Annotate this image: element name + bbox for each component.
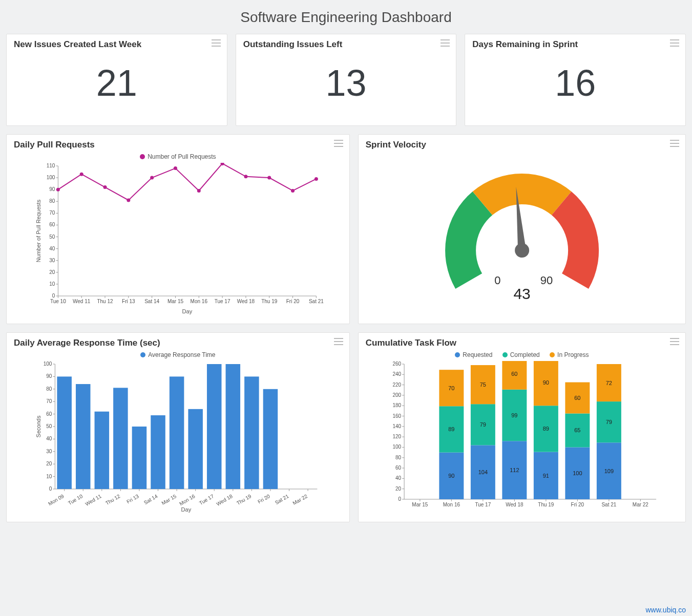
svg-text:43: 43 (513, 285, 530, 302)
kpi-label: Outstanding Issues Left (243, 39, 449, 50)
svg-text:40: 40 (46, 436, 52, 441)
hamburger-icon[interactable] (334, 338, 343, 345)
svg-text:260: 260 (392, 361, 401, 367)
chart-card-sprint-velocity: Sprint Velocity 09043 (358, 134, 686, 324)
svg-text:Mon 16: Mon 16 (191, 299, 208, 304)
svg-text:160: 160 (392, 413, 401, 419)
svg-text:Tue 17: Tue 17 (215, 299, 230, 304)
svg-text:Tue 10: Tue 10 (67, 493, 84, 506)
kpi-label: Days Remaining in Sprint (472, 39, 678, 50)
line-chart: 0102030405060708090100110Tue 10Wed 11Thu… (14, 163, 342, 316)
svg-text:Sat 14: Sat 14 (143, 493, 159, 505)
kpi-row: New Issues Created Last Week 21 Outstand… (6, 34, 686, 126)
hamburger-icon[interactable] (212, 39, 221, 47)
kpi-card-days-remaining: Days Remaining in Sprint 16 (465, 34, 686, 126)
svg-point-55 (174, 166, 177, 170)
hamburger-icon[interactable] (441, 39, 450, 47)
kpi-value: 16 (472, 53, 678, 118)
svg-text:112: 112 (510, 467, 519, 473)
svg-point-50 (56, 188, 60, 192)
svg-point-54 (150, 176, 154, 180)
svg-text:Fri 13: Fri 13 (122, 299, 135, 304)
svg-text:Wed 18: Wed 18 (506, 502, 523, 507)
svg-text:Mon 16: Mon 16 (178, 493, 196, 506)
svg-text:30: 30 (46, 449, 52, 454)
chart-title: Sprint Velocity (366, 140, 678, 150)
svg-text:20: 20 (49, 269, 55, 275)
svg-text:Fri 20: Fri 20 (571, 502, 584, 507)
svg-text:110: 110 (47, 163, 55, 168)
svg-text:Mon 16: Mon 16 (443, 502, 460, 507)
kpi-label: New Issues Created Last Week (14, 39, 220, 50)
svg-text:60: 60 (574, 395, 580, 401)
svg-text:20: 20 (46, 461, 52, 466)
svg-text:Tue 17: Tue 17 (198, 493, 215, 506)
svg-text:Tue 17: Tue 17 (475, 502, 491, 507)
svg-text:Sat 21: Sat 21 (309, 299, 324, 304)
svg-text:80: 80 (49, 198, 55, 204)
hamburger-icon[interactable] (670, 39, 679, 47)
svg-text:60: 60 (395, 465, 402, 471)
svg-text:100: 100 (392, 444, 401, 450)
legend-label: Requested (463, 351, 492, 358)
svg-text:180: 180 (392, 402, 401, 408)
svg-text:0: 0 (494, 274, 500, 287)
svg-text:104: 104 (478, 469, 487, 475)
svg-text:99: 99 (511, 412, 517, 418)
legend-label: Number of Pull Requests (148, 153, 216, 160)
svg-text:Mar 22: Mar 22 (292, 493, 309, 506)
svg-text:60: 60 (49, 222, 55, 227)
svg-rect-124 (244, 376, 259, 489)
chart-legend: Number of Pull Requests (14, 153, 342, 161)
svg-text:Seconds: Seconds (35, 415, 41, 437)
svg-rect-127 (263, 389, 278, 489)
hamburger-icon[interactable] (334, 140, 343, 147)
svg-text:220: 220 (392, 382, 401, 388)
svg-text:Mon 09: Mon 09 (47, 493, 65, 506)
svg-text:89: 89 (543, 426, 549, 432)
svg-text:0: 0 (52, 293, 55, 299)
hamburger-icon[interactable] (670, 338, 679, 345)
svg-text:Thu 12: Thu 12 (97, 299, 113, 304)
svg-text:70: 70 (49, 210, 55, 216)
svg-rect-100 (95, 412, 110, 489)
kpi-card-outstanding: Outstanding Issues Left 13 (236, 34, 457, 126)
svg-text:90: 90 (448, 473, 454, 479)
svg-text:80: 80 (46, 386, 52, 392)
svg-point-52 (103, 185, 107, 189)
svg-rect-97 (76, 384, 91, 489)
svg-text:Mar 15: Mar 15 (412, 502, 428, 507)
svg-rect-109 (151, 415, 165, 489)
svg-text:65: 65 (574, 427, 580, 433)
svg-text:Number of Pull Requests: Number of Pull Requests (35, 199, 41, 262)
svg-text:Day: Day (182, 308, 193, 314)
svg-text:Sat 14: Sat 14 (144, 299, 159, 304)
svg-text:Wed 11: Wed 11 (73, 299, 91, 304)
svg-rect-121 (226, 364, 241, 489)
svg-text:50: 50 (49, 234, 55, 240)
svg-text:Mar 22: Mar 22 (633, 502, 649, 507)
chart-title: Daily Pull Requests (14, 140, 342, 150)
svg-text:60: 60 (511, 371, 517, 377)
svg-rect-112 (170, 376, 184, 489)
kpi-card-new-issues: New Issues Created Last Week 21 (6, 34, 227, 126)
legend-label: Average Response Time (148, 351, 215, 358)
svg-text:79: 79 (480, 421, 486, 428)
svg-text:240: 240 (392, 371, 401, 377)
chart-card-avg-response: Daily Average Response Time (sec) Averag… (6, 332, 350, 522)
svg-text:Mar 15: Mar 15 (161, 493, 178, 506)
svg-text:80: 80 (395, 455, 402, 460)
page-title: Software Engineering Dashboard (6, 9, 686, 26)
chart-title: Daily Average Response Time (sec) (14, 338, 342, 348)
hamburger-icon[interactable] (670, 140, 679, 147)
svg-text:100: 100 (44, 361, 52, 367)
svg-text:50: 50 (46, 423, 52, 429)
svg-text:Wed 18: Wed 18 (216, 493, 234, 507)
svg-text:120: 120 (392, 434, 401, 439)
svg-text:79: 79 (606, 419, 612, 425)
svg-text:60: 60 (46, 411, 52, 417)
svg-point-53 (127, 198, 130, 202)
svg-text:100: 100 (573, 470, 582, 476)
chart-card-daily-pull-requests: Daily Pull Requests Number of Pull Reque… (6, 134, 350, 324)
svg-text:Fri 13: Fri 13 (125, 493, 140, 505)
